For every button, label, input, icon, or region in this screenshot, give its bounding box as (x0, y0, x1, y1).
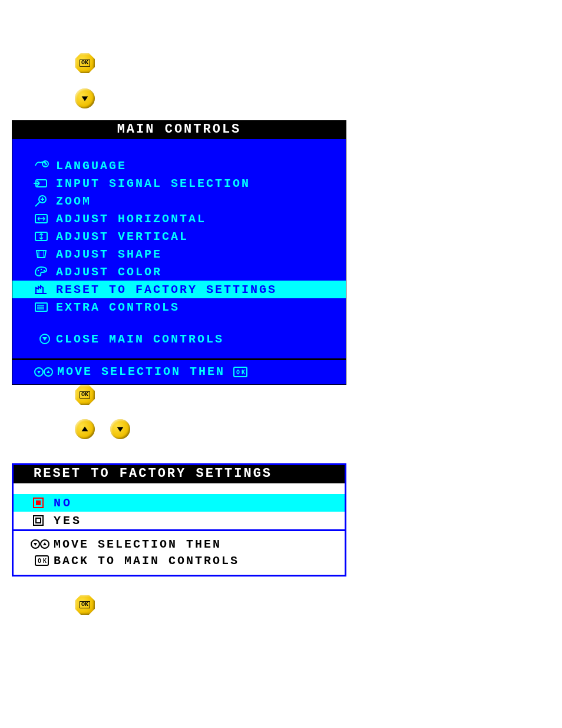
svg-point-12 (38, 270, 39, 271)
svg-marker-25 (47, 370, 50, 373)
menu-item-adjust-color[interactable]: ADJUST COLOR (12, 263, 346, 281)
panel-title: MAIN CONTROLS (12, 121, 346, 139)
close-icon (38, 332, 56, 346)
color-icon (34, 265, 56, 279)
factory-icon (34, 282, 56, 297)
menu-item-adjust-shape[interactable]: ADJUST SHAPE (12, 245, 346, 263)
svg-point-13 (41, 269, 42, 270)
svg-rect-33 (36, 518, 41, 523)
option-marker-selected-icon (32, 497, 54, 509)
ok-button-icon[interactable]: OK (75, 385, 95, 405)
menu-item-adjust-horizontal[interactable]: ADJUST HORIZONTAL (12, 210, 346, 228)
menu-label: ADJUST SHAPE (56, 248, 162, 261)
option-yes[interactable]: YES (14, 512, 345, 529)
triangle-up-icon (80, 424, 90, 434)
panel-footer: MOVE SELECTION THEN OK BACK TO MAIN CONT… (14, 529, 345, 575)
panel-footer: MOVE SELECTION THEN OK (12, 358, 346, 384)
menu-item-close[interactable]: CLOSE MAIN CONTROLS (12, 330, 346, 348)
reset-factory-panel: RESET TO FACTORY SETTINGS NO YES MOVE SE… (12, 463, 346, 577)
triangle-down-icon (80, 93, 90, 104)
extra-controls-icon (34, 300, 56, 314)
shape-icon (34, 247, 56, 261)
up-down-icon (30, 538, 54, 550)
option-no[interactable]: NO (14, 494, 345, 512)
menu-label: RESET TO FACTORY SETTINGS (56, 283, 277, 297)
ok-label: OK (80, 391, 90, 398)
ok-label: OK (80, 601, 90, 608)
down-button-icon[interactable] (110, 419, 130, 439)
menu-label: LANGUAGE (56, 159, 127, 173)
option-label: NO (54, 496, 72, 510)
menu-label: ADJUST HORIZONTAL (56, 212, 206, 226)
panel-title: RESET TO FACTORY SETTINGS (14, 465, 345, 483)
svg-text:OK: OK (236, 369, 247, 375)
zoom-icon (34, 194, 56, 208)
svg-rect-32 (34, 516, 43, 525)
menu-label: ZOOM (56, 195, 91, 208)
down-button-icon[interactable] (75, 88, 95, 108)
up-button-icon[interactable] (75, 419, 95, 439)
language-icon: ? (34, 159, 56, 173)
ok-button-icon[interactable]: OK (75, 595, 95, 615)
menu-item-zoom[interactable]: ZOOM (12, 192, 346, 210)
horizontal-icon (34, 212, 56, 226)
ok-icon: OK (30, 555, 54, 566)
menu-label: ADJUST VERTICAL (56, 230, 189, 243)
svg-line-5 (35, 202, 39, 206)
menu-item-extra-controls[interactable]: EXTRA CONTROLS (12, 298, 346, 316)
svg-text:OK: OK (38, 558, 48, 564)
menu-item-reset-factory[interactable]: RESET TO FACTORY SETTINGS (12, 281, 346, 298)
menu-item-language[interactable]: ? LANGUAGE (12, 157, 346, 174)
menu-item-adjust-vertical[interactable]: ADJUST VERTICAL (12, 228, 346, 245)
menu-label: CLOSE MAIN CONTROLS (56, 332, 224, 346)
svg-marker-37 (43, 542, 47, 545)
menu-label: EXTRA CONTROLS (56, 301, 180, 314)
up-down-icon (34, 366, 57, 378)
svg-marker-28 (82, 427, 88, 431)
menu-label: ADJUST COLOR (56, 265, 162, 279)
triangle-down-icon (115, 424, 125, 434)
svg-rect-31 (36, 500, 41, 505)
input-signal-icon (34, 176, 56, 190)
svg-text:?: ? (44, 162, 47, 167)
svg-marker-0 (82, 96, 88, 101)
footer-text: MOVE SELECTION THEN (57, 365, 225, 378)
option-marker-icon (32, 515, 54, 526)
menu-list: ? LANGUAGE INPUT SIGNAL SELECTION ZOOM A… (12, 139, 346, 348)
svg-marker-23 (37, 371, 41, 374)
ok-button-icon[interactable]: OK (75, 53, 95, 73)
svg-marker-21 (42, 337, 47, 341)
footer-line2: BACK TO MAIN CONTROLS (54, 554, 239, 568)
svg-point-14 (44, 270, 45, 271)
ok-icon: OK (233, 367, 247, 377)
vertical-icon (34, 229, 56, 243)
ok-label: OK (80, 60, 90, 67)
footer-line1: MOVE SELECTION THEN (54, 538, 222, 551)
option-label: YES (54, 514, 82, 528)
menu-label: INPUT SIGNAL SELECTION (56, 177, 250, 190)
main-controls-panel: MAIN CONTROLS ? LANGUAGE INPUT SIGNAL SE… (12, 120, 346, 385)
svg-marker-35 (34, 543, 37, 546)
svg-marker-29 (117, 427, 124, 431)
options-list: NO YES (14, 483, 345, 529)
menu-item-input-signal[interactable]: INPUT SIGNAL SELECTION (12, 174, 346, 192)
